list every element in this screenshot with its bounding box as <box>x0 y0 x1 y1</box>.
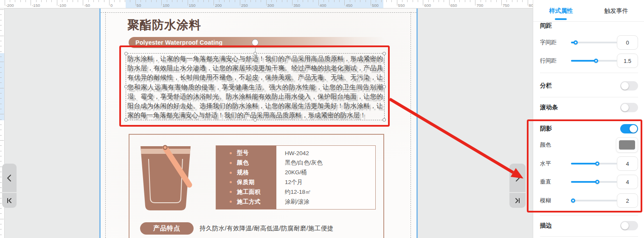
letter-spacing-slider[interactable] <box>571 39 619 46</box>
ruler-tick <box>308 0 308 2</box>
product-features-text[interactable]: 持久防水/有效降温/耐高低温/防腐耐磨/施工便捷 <box>200 224 334 232</box>
ruler-tick <box>428 0 429 2</box>
divider <box>533 21 644 22</box>
ruler-tick-label: 50 <box>137 3 141 8</box>
ruler-tick <box>0 30 2 31</box>
ruler-tick <box>0 62 4 62</box>
slider-knob[interactable] <box>571 198 575 203</box>
shadow-horizontal-slider[interactable] <box>571 160 619 167</box>
shadow-blur-input[interactable] <box>617 193 638 208</box>
ruler-tick <box>0 198 2 198</box>
ruler-tick <box>73 0 73 2</box>
selected-text-element[interactable]: 防水涂料，让家的每一角落都充满安心与舒适！我们的产品采用高品质原料，形成紧密的防… <box>126 53 385 120</box>
resize-handle-middle-right[interactable] <box>382 85 386 88</box>
resize-handle-bottom-left[interactable] <box>124 118 128 122</box>
tab-style-properties[interactable]: 样式属性 <box>533 5 589 20</box>
first-page-button[interactable] <box>2 192 17 208</box>
ruler-tick <box>51 0 52 2</box>
resize-handle-bottom-right[interactable] <box>382 118 386 122</box>
active-tab-underline <box>555 18 567 20</box>
ruler-tick <box>229 0 230 2</box>
ruler-tick <box>31 0 31 6</box>
shadow-color-swatch[interactable] <box>616 137 638 153</box>
shadow-toggle[interactable] <box>620 124 638 133</box>
letter-spacing-input[interactable] <box>617 35 638 50</box>
slider-knob[interactable] <box>594 59 598 63</box>
page-guide-top <box>101 12 416 13</box>
line-spacing-row: 行间距 <box>540 53 638 68</box>
ruler-tick <box>449 0 450 6</box>
ruler-tick <box>161 0 162 6</box>
ruler-tick <box>0 156 2 156</box>
slider-knob[interactable] <box>574 40 578 45</box>
ruler-tick <box>0 125 2 125</box>
shadow-vertical-input[interactable] <box>617 175 638 189</box>
ruler-tick <box>67 0 67 2</box>
paint-bucket-illustration[interactable] <box>138 144 193 212</box>
ruler-tick <box>151 0 152 2</box>
divider <box>540 215 638 215</box>
ruler-tick <box>0 77 2 78</box>
ruler-tick-label: -50 <box>84 3 90 8</box>
ruler-tick <box>433 0 434 2</box>
divider <box>540 73 638 73</box>
product-spec-table[interactable]: 型号 颜色 规格 保质期 施工面积 施工方式 HW-2042 黑色/白色/灰色 … <box>216 145 376 210</box>
ruler-tick <box>0 51 2 52</box>
ruler-tick <box>459 0 460 2</box>
page-guide-left <box>105 12 106 238</box>
editor-window: -200-150-100-500501001502002503003504004… <box>0 0 644 238</box>
ruler-tick-label: -150 <box>32 3 40 8</box>
line-spacing-slider[interactable] <box>571 57 619 64</box>
ruler-tick <box>475 0 475 6</box>
stroke-toggle[interactable] <box>620 221 638 230</box>
ruler-tick <box>0 203 2 204</box>
ruler-tick <box>0 182 2 183</box>
shadow-horizontal-input[interactable] <box>617 156 638 171</box>
ruler-tick <box>0 67 2 68</box>
shadow-vertical-label: 垂直 <box>540 178 551 186</box>
shadow-vertical-slider[interactable] <box>571 178 619 185</box>
resize-handle-middle-left[interactable] <box>124 85 128 88</box>
ruler-tick <box>287 0 287 2</box>
resize-handle-bottom-middle[interactable] <box>253 118 257 122</box>
prev-page-button[interactable] <box>2 164 17 192</box>
ruler-tick-label: 800 <box>529 3 533 8</box>
resize-handle-top-middle[interactable] <box>253 52 257 55</box>
ruler-tick <box>486 0 486 2</box>
ruler-tick-label: 400 <box>320 3 326 8</box>
next-page-button[interactable] <box>509 164 526 192</box>
ruler-tick <box>0 235 2 235</box>
page-nav-right-group <box>509 164 526 208</box>
resize-handle-top-right[interactable] <box>382 52 386 55</box>
tab-trigger-events[interactable]: 触发事件 <box>589 5 644 20</box>
line-spacing-input[interactable] <box>617 54 638 68</box>
ruler-tick <box>0 114 4 114</box>
ruler-selection-highlight-v <box>0 53 5 120</box>
rotate-handle[interactable] <box>252 39 259 46</box>
spec-label-column: 型号 颜色 规格 保质期 施工面积 施工方式 <box>216 146 276 209</box>
last-page-button[interactable] <box>509 192 526 208</box>
slider-knob[interactable] <box>595 180 599 184</box>
resize-handle-top-left[interactable] <box>124 52 128 55</box>
ruler-tick <box>261 0 261 2</box>
ruler-tick-label: 700 <box>476 3 483 8</box>
scrollbar-row: 滚动条 <box>540 100 638 115</box>
chevron-right-icon <box>515 174 520 182</box>
ruler-tick <box>0 172 2 172</box>
ruler-tick <box>188 0 188 6</box>
shadow-blur-slider[interactable] <box>571 197 619 204</box>
slider-knob[interactable] <box>595 162 599 166</box>
scrollbar-label: 滚动条 <box>540 104 558 111</box>
ruler-tick <box>350 0 350 2</box>
ruler-tick <box>5 0 5 6</box>
ruler-tick-label: 350 <box>293 3 300 8</box>
ruler-tick <box>93 0 94 2</box>
scrollbar-toggle[interactable] <box>620 103 638 112</box>
ruler-tick <box>481 0 481 2</box>
page-title[interactable]: 聚酯防水涂料 <box>127 17 201 33</box>
ruler-tick <box>439 0 439 2</box>
columns-toggle[interactable] <box>620 81 638 91</box>
design-canvas-page[interactable]: 聚酯防水涂料 Polyester Waterproof Coating 防水涂料… <box>101 8 416 238</box>
ruler-tick <box>57 0 57 6</box>
product-features-pill[interactable]: 产品特点 <box>140 222 194 235</box>
